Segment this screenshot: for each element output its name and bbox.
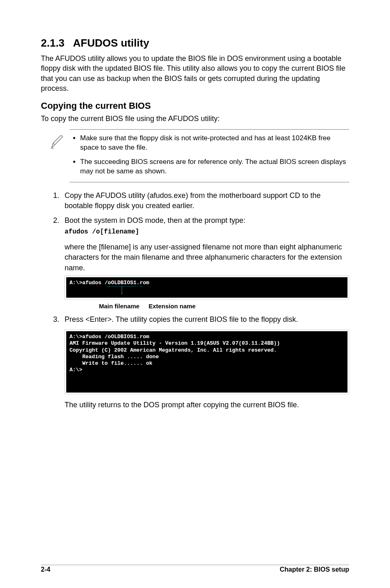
sub-heading: Copying the current BIOS bbox=[41, 101, 349, 111]
terminal-box: A:\>afudos /oOLDBIOS1.rom AMI Firmware U… bbox=[65, 330, 349, 394]
section-intro: The AFUDOS utility allows you to update … bbox=[41, 54, 349, 93]
page-number: 2-4 bbox=[41, 566, 50, 573]
note-block: Make sure that the floppy disk is not wr… bbox=[49, 129, 349, 182]
annotation-main-filename: Main filename bbox=[99, 303, 139, 310]
command-text: afudos /o[filename] bbox=[65, 227, 349, 236]
page-footer: 2-4 Chapter 2: BIOS setup bbox=[41, 565, 349, 573]
section-number: 2.1.3 bbox=[41, 37, 65, 49]
step-list: Copy the AFUDOS utility (afudos.exe) fro… bbox=[41, 191, 349, 410]
step-3-after: The utility returns to the DOS prompt af… bbox=[65, 400, 349, 410]
step-2: Boot the system in DOS mode, then at the… bbox=[61, 215, 349, 310]
note-content: Make sure that the floppy disk is not wr… bbox=[69, 129, 349, 182]
section-title: AFUDOS utility bbox=[73, 37, 149, 49]
terminal-annotations: Main filename Extension name bbox=[65, 302, 349, 310]
note-bullet: The succeeding BIOS screens are for refe… bbox=[80, 157, 349, 176]
section-heading: 2.1.3 AFUDOS utility bbox=[41, 37, 349, 49]
annotation-extension-name: Extension name bbox=[148, 303, 195, 310]
step-3: Press <Enter>. The utility copies the cu… bbox=[61, 314, 349, 410]
terminal-content: A:\>afudos /oOLDBIOS1.rom AMI Firmware U… bbox=[66, 331, 347, 393]
sub-intro: To copy the current BIOS file using the … bbox=[41, 114, 349, 123]
terminal-content: A:\>afudos /oOLDBIOS1.rom bbox=[66, 277, 347, 298]
pen-icon bbox=[49, 129, 69, 182]
chapter-label: Chapter 2: BIOS setup bbox=[280, 566, 349, 573]
note-bullet: Make sure that the floppy disk is not wr… bbox=[80, 134, 349, 153]
terminal-box: A:\>afudos /oOLDBIOS1.rom bbox=[65, 276, 349, 299]
step-2-desc: where the [filename] is any user-assigne… bbox=[65, 242, 349, 273]
step-1: Copy the AFUDOS utility (afudos.exe) fro… bbox=[61, 191, 349, 211]
